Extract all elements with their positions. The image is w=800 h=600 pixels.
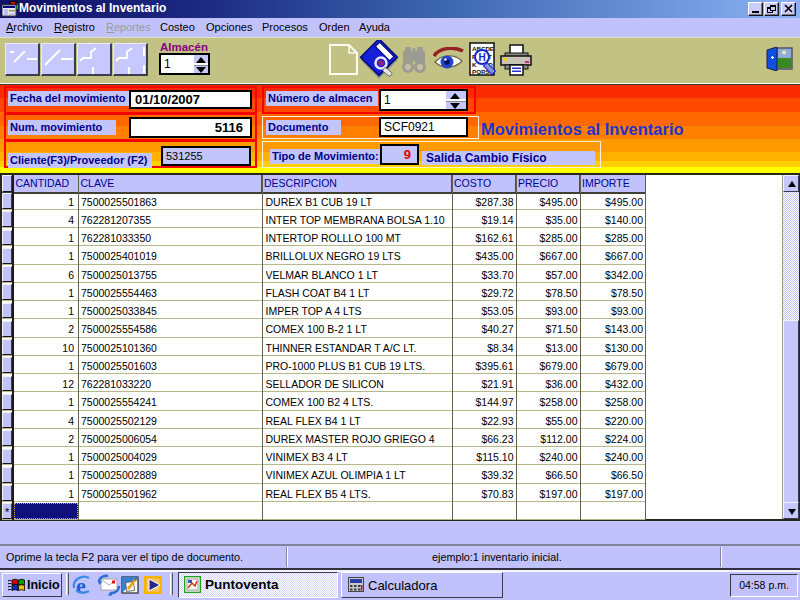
svg-text:H: H xyxy=(479,52,486,63)
